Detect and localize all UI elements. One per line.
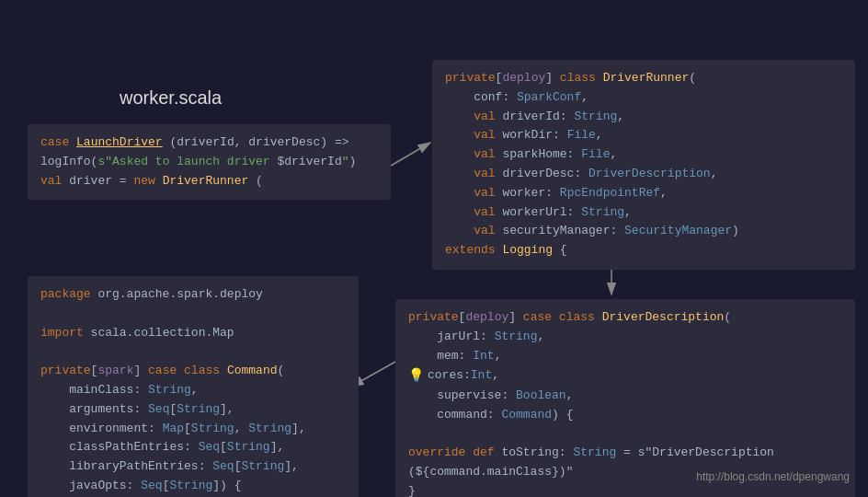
pkg-line-2	[40, 305, 346, 324]
pkg-line-4	[40, 342, 346, 362]
dd-line-3: mem: Int,	[408, 347, 842, 366]
dr-line-8: val workerUrl: String,	[445, 203, 842, 223]
code-line-1: case LaunchDriver (driverId, driverDesc)…	[40, 133, 378, 153]
pkg-line-11: javaOpts: Seq[String]) {	[40, 477, 346, 496]
pkg-line-7: arguments: Seq[String],	[40, 400, 346, 420]
dr-line-1: private[deploy] class DriverRunner(	[445, 69, 842, 88]
dd-line-5: supervise: Boolean,	[408, 387, 842, 406]
pkg-line-8: environment: Map[String, String],	[40, 420, 346, 439]
url-label: http://blog.csdn.net/dpengwang	[696, 470, 850, 483]
pkg-line-9: classPathEntries: Seq[String],	[40, 438, 346, 457]
dr-line-9: val securityManager: SecurityManager)	[445, 222, 842, 241]
dd-line-1: private[deploy] case class DriverDescrip…	[408, 308, 842, 328]
dd-line-7	[408, 424, 842, 444]
svg-line-1	[391, 143, 430, 166]
pkg-line-3: import scala.collection.Map	[40, 324, 346, 343]
dr-line-5: val sparkHome: File,	[445, 145, 842, 165]
dd-line-9: }	[408, 482, 842, 497]
dd-line-6: command: Command) {	[408, 406, 842, 425]
dr-line-10: extends Logging {	[445, 241, 842, 260]
dr-line-7: val worker: RpcEndpointRef,	[445, 184, 842, 203]
dr-line-4: val workDir: File,	[445, 126, 842, 145]
worker-code-box: case LaunchDriver (driverId, driverDesc)…	[28, 124, 391, 200]
dd-line-4: 💡 cores: Int,	[408, 365, 842, 386]
pkg-line-1: package org.apache.spark.deploy	[40, 285, 346, 305]
pkg-line-6: mainClass: String,	[40, 381, 346, 400]
driver-desc-code-box: private[deploy] case class DriverDescrip…	[395, 299, 855, 497]
file-title: worker.scala	[120, 87, 222, 109]
package-code-box: package org.apache.spark.deploy import s…	[28, 276, 359, 497]
pkg-line-10: libraryPathEntries: Seq[String],	[40, 457, 346, 477]
driver-runner-code-box: private[deploy] class DriverRunner( conf…	[432, 60, 855, 270]
code-line-3: val driver = new DriverRunner (	[40, 172, 378, 191]
code-line-2: logInfo(s"Asked to launch driver $driver…	[40, 153, 378, 172]
dr-line-3: val driverId: String,	[445, 108, 842, 127]
pkg-line-5: private[spark] case class Command(	[40, 362, 346, 381]
dr-line-2: conf: SparkConf,	[445, 88, 842, 108]
dd-line-2: jarUrl: String,	[408, 328, 842, 347]
dr-line-6: val driverDesc: DriverDescription,	[445, 165, 842, 184]
